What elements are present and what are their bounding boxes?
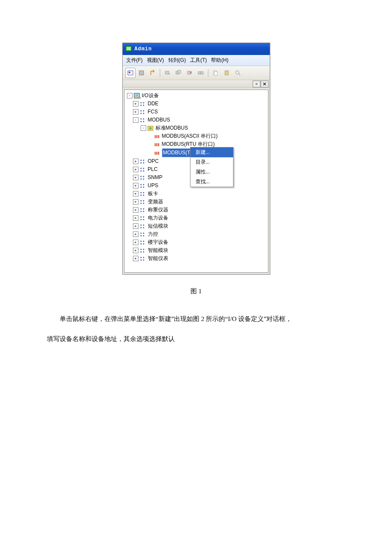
category-icon xyxy=(140,248,147,254)
category-icon xyxy=(140,117,147,123)
expand-icon[interactable]: + xyxy=(133,256,138,261)
svg-point-94 xyxy=(143,251,144,252)
tree-label: 智能模块 xyxy=(148,246,168,254)
toolbar-btn-1[interactable] xyxy=(125,68,135,78)
tree-item-smart-mod[interactable]: + 智能模块 xyxy=(125,246,267,254)
tree-item-card[interactable]: + 板卡 xyxy=(125,190,267,198)
pane-close-icon[interactable] xyxy=(261,81,268,87)
svg-point-93 xyxy=(140,251,141,252)
toolbar-copy-icon[interactable] xyxy=(210,68,221,78)
toolbar-btn-7[interactable] xyxy=(196,68,206,78)
svg-point-52 xyxy=(143,168,144,169)
svg-rect-3 xyxy=(129,72,130,73)
svg-rect-40 xyxy=(158,135,159,138)
tree-item-force[interactable]: + 力控 xyxy=(125,230,267,238)
tree-item-building[interactable]: + 楼宇设备 xyxy=(125,238,267,246)
toolbar-btn-4[interactable]: + xyxy=(162,68,173,78)
tree-label: 楼宇设备 xyxy=(148,238,168,246)
toolbar-find-icon[interactable] xyxy=(233,68,243,78)
svg-point-78 xyxy=(143,219,144,220)
tree-root[interactable]: - I/O设备 xyxy=(125,92,267,100)
toolbar-btn-5[interactable] xyxy=(173,68,184,78)
svg-point-82 xyxy=(143,227,144,228)
category-icon xyxy=(140,167,147,173)
tree-item-dde[interactable]: + DDE xyxy=(125,100,267,108)
context-menu-prop[interactable]: 属性... xyxy=(190,167,233,177)
tree-label: SNMP xyxy=(148,173,163,182)
tree-item-modbus-ascii[interactable]: MODBUS(ASCII 串行口) xyxy=(125,132,267,140)
expand-icon[interactable]: + xyxy=(133,199,138,205)
expand-icon[interactable]: + xyxy=(133,191,138,197)
expand-icon[interactable]: + xyxy=(133,240,138,245)
pane-pin-icon[interactable] xyxy=(253,81,260,87)
expand-icon[interactable]: + xyxy=(133,109,138,115)
menu-goto[interactable]: 转到(G) xyxy=(168,57,186,64)
category-icon xyxy=(140,109,147,115)
svg-point-47 xyxy=(140,159,141,161)
svg-point-62 xyxy=(143,186,144,188)
expand-icon[interactable]: + xyxy=(133,159,138,164)
menu-help[interactable]: 帮助(H) xyxy=(211,57,228,64)
svg-point-53 xyxy=(140,170,141,171)
expand-icon[interactable]: + xyxy=(133,215,138,221)
svg-point-84 xyxy=(143,232,144,234)
svg-point-96 xyxy=(143,257,144,258)
menu-tool[interactable]: 工具(T) xyxy=(190,57,207,64)
tree-item-fcs[interactable]: + FCS xyxy=(125,108,267,116)
svg-point-90 xyxy=(143,243,144,244)
svg-point-89 xyxy=(140,243,141,244)
expand-icon[interactable]: + xyxy=(133,175,138,180)
svg-point-76 xyxy=(143,216,144,217)
svg-point-27 xyxy=(143,104,144,106)
svg-point-97 xyxy=(140,259,141,260)
menu-file[interactable]: 文件(F) xyxy=(126,57,143,64)
svg-point-26 xyxy=(140,104,141,106)
expand-icon[interactable]: + xyxy=(133,183,138,188)
tree-item-inverter[interactable]: + 变频器 xyxy=(125,198,267,206)
toolbar-btn-2[interactable] xyxy=(136,68,147,78)
collapse-icon[interactable]: - xyxy=(141,125,146,131)
tree-label: 力控 xyxy=(148,230,158,238)
tree-item-smart-inst[interactable]: + 智能仪表 xyxy=(125,254,267,263)
category-icon xyxy=(140,199,147,205)
expand-icon[interactable]: - xyxy=(127,93,133,98)
svg-point-20 xyxy=(256,84,257,84)
svg-point-58 xyxy=(143,178,144,179)
menu-view[interactable]: 视图(V) xyxy=(147,57,164,64)
category-icon xyxy=(140,175,147,181)
expand-icon[interactable]: + xyxy=(133,248,138,253)
svg-point-73 xyxy=(140,211,141,212)
tree-item-std-modbus[interactable]: - 标准MODBUS xyxy=(125,124,267,132)
expand-icon[interactable]: + xyxy=(133,231,138,237)
svg-point-91 xyxy=(140,249,141,250)
context-menu-dir[interactable]: 目录... xyxy=(190,157,233,167)
svg-point-95 xyxy=(140,257,141,258)
expand-icon[interactable]: + xyxy=(133,223,138,229)
context-menu-new[interactable]: 新建... xyxy=(190,147,233,157)
svg-rect-44 xyxy=(155,152,156,155)
titlebar[interactable]: Admin xyxy=(123,43,270,55)
tree-item-weigh[interactable]: + 称重仪器 xyxy=(125,206,267,214)
expand-icon[interactable]: + xyxy=(133,167,138,172)
context-menu-find[interactable]: 查找... xyxy=(190,177,233,187)
tree-item-sms[interactable]: + 短信模块 xyxy=(125,222,267,230)
pane-header xyxy=(123,80,270,88)
svg-point-29 xyxy=(143,110,144,111)
svg-point-74 xyxy=(143,211,144,212)
tree-item-power[interactable]: + 电力设备 xyxy=(125,214,267,222)
collapse-icon[interactable]: - xyxy=(133,117,138,123)
toolbar-btn-6[interactable] xyxy=(184,68,195,78)
tree-label: DDE xyxy=(148,100,159,108)
svg-point-79 xyxy=(140,224,141,225)
paragraph-2: 填写设备名称和设备地址，其余选项选择默认 xyxy=(47,331,345,347)
tree-label: 电力设备 xyxy=(148,214,168,222)
expand-icon[interactable]: + xyxy=(133,207,138,213)
toolbar-btn-3[interactable] xyxy=(147,68,158,78)
toolbar-paste-icon[interactable] xyxy=(222,68,232,78)
svg-point-59 xyxy=(140,184,141,185)
tree-item-modbus[interactable]: - MODBUS xyxy=(125,116,267,124)
svg-point-80 xyxy=(143,224,144,225)
figure-caption: 图 1 xyxy=(47,287,345,295)
svg-point-55 xyxy=(140,176,141,177)
expand-icon[interactable]: + xyxy=(133,101,138,107)
